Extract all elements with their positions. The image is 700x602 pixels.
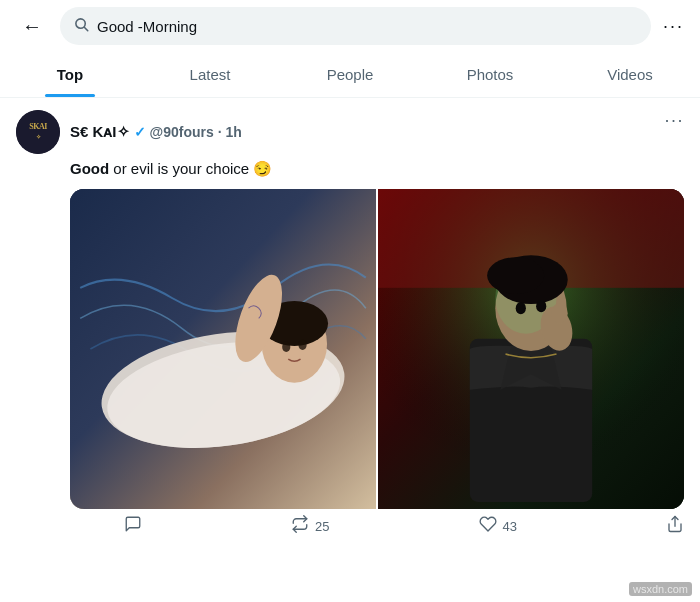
- svg-point-10: [282, 342, 290, 352]
- watermark: wsxdn.com: [629, 582, 692, 596]
- tweet-more-button[interactable]: ···: [664, 110, 684, 131]
- tweet-meta: S€ KᴀI✧ ✓ @90fours · 1h: [70, 123, 242, 141]
- svg-point-11: [298, 340, 306, 350]
- svg-text:✧: ✧: [36, 134, 41, 140]
- tweet-image-left[interactable]: [70, 189, 376, 509]
- tweet-header-left: SKAI ✧ S€ KᴀI✧ ✓ @90fours · 1h: [16, 110, 242, 154]
- search-tabs: Top Latest People Photos Videos: [0, 52, 700, 98]
- display-name: S€ KᴀI✧: [70, 123, 130, 141]
- tweet-header: SKAI ✧ S€ KᴀI✧ ✓ @90fours · 1h ···: [16, 110, 684, 154]
- back-button[interactable]: ←: [16, 15, 48, 38]
- tweet-actions: 25 43: [124, 509, 684, 548]
- share-action[interactable]: [666, 515, 684, 538]
- svg-line-1: [84, 27, 87, 30]
- svg-point-22: [536, 300, 546, 312]
- retweet-count: 25: [315, 519, 329, 534]
- tab-top[interactable]: Top: [0, 52, 140, 97]
- reply-icon: [124, 515, 142, 538]
- like-icon: [479, 515, 497, 538]
- tweet-image-right[interactable]: [378, 189, 684, 509]
- search-bar[interactable]: Good -Morning: [60, 7, 651, 45]
- tab-latest[interactable]: Latest: [140, 52, 280, 97]
- tweet-card: SKAI ✧ S€ KᴀI✧ ✓ @90fours · 1h ··· Good …: [0, 98, 700, 548]
- search-icon: [74, 17, 89, 35]
- retweet-action[interactable]: 25: [291, 515, 329, 538]
- tweet-handle: @90fours · 1h: [150, 124, 242, 140]
- tab-people[interactable]: People: [280, 52, 420, 97]
- svg-text:SKAI: SKAI: [29, 122, 47, 131]
- header: ← Good -Morning ···: [0, 0, 700, 52]
- tweet-text-rest: or evil is your choice 😏: [109, 160, 272, 177]
- tab-photos[interactable]: Photos: [420, 52, 560, 97]
- reply-action[interactable]: [124, 515, 142, 538]
- tab-videos[interactable]: Videos: [560, 52, 700, 97]
- tweet-name-row: S€ KᴀI✧ ✓ @90fours · 1h: [70, 123, 242, 141]
- svg-point-20: [487, 257, 544, 294]
- svg-point-24: [551, 303, 567, 323]
- like-action[interactable]: 43: [479, 515, 517, 538]
- tweet-text-bold: Good: [70, 160, 109, 177]
- avatar: SKAI ✧: [16, 110, 60, 154]
- like-count: 43: [503, 519, 517, 534]
- verified-icon: ✓: [134, 124, 146, 140]
- svg-point-2: [16, 110, 60, 154]
- tweet-text: Good or evil is your choice 😏: [70, 158, 684, 179]
- search-value: Good -Morning: [97, 18, 197, 35]
- retweet-icon: [291, 515, 309, 538]
- share-icon: [666, 515, 684, 538]
- svg-point-21: [516, 302, 526, 314]
- more-options-button[interactable]: ···: [663, 16, 684, 37]
- tweet-images[interactable]: [70, 189, 684, 509]
- tweet-content: Good or evil is your choice 😏: [70, 158, 684, 548]
